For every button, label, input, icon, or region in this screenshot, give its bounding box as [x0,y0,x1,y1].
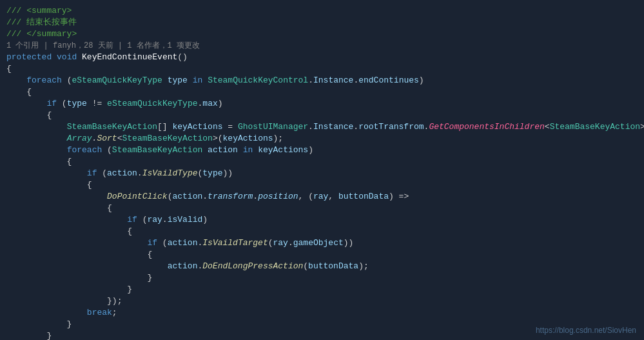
paren-close2: ) [218,98,223,110]
space [188,75,193,86]
space2 [77,52,82,63]
space [253,145,258,156]
dot10: . [253,191,258,203]
dot2: . [353,75,358,86]
indent-2 [6,98,46,110]
indent-4b: { [6,179,92,191]
var-action2: action [107,168,137,179]
comma: , ( [298,191,313,203]
paren-close5: )) [223,168,233,179]
isvalid: isValid [168,214,203,226]
indent-7c: } [6,272,152,284]
indent-8 [6,261,168,272]
indent-1b: { [6,86,32,98]
dot7: . [92,133,97,145]
kw-if2: if [87,168,97,179]
param-position: position [258,191,298,203]
dot3: . [198,98,203,110]
code-line-12: Array . Sort < SteamBaseKeyAction >( key… [0,133,644,145]
method-getcomponents: GetComponentsInChildren [429,121,544,133]
type-4: SteamBaseKeyAction [112,145,202,156]
code-line-24: } [0,272,644,284]
code-line-17: DoPointClick ( action . transform . posi… [0,191,644,203]
meta-ref: 1 个引用 | fanyh，28 天前 | 1 名作者，1 项更改 [6,40,200,52]
code-line-14: { [0,156,644,168]
class-ghost: GhostUIManager [238,121,308,133]
kw-foreach2: foreach [67,145,102,156]
max: max [202,98,217,110]
dot6: . [424,121,429,133]
kw-break: break [87,307,112,319]
space [238,145,243,156]
generic-close: >(); [640,121,644,133]
code-line-1: /// <summary> [0,5,644,17]
comment-3: /// </summary> [6,28,77,40]
type-sort-generic: SteamBaseKeyAction [122,133,212,145]
code-line-2: /// 结束长按事件 [0,17,644,28]
paren8: ( [303,261,308,272]
space [52,52,57,63]
paren6: ( [168,191,173,203]
indent-2c: } [6,330,52,340]
var-action3: action [172,191,202,203]
type-generic: SteamBaseKeyAction [550,121,640,133]
var-action5: action [168,261,198,272]
code-line-11: SteamBaseKeyAction [] keyActions = Ghost… [0,121,644,133]
dot12: . [197,237,202,249]
code-line-20: { [0,226,644,237]
code-line-15: if ( action . IsVaildType ( type )) [0,168,644,179]
generic: < [545,121,550,133]
kw-protected: protected [6,52,52,63]
method-doendlongpress: DoEndLongPressAction [202,261,303,272]
space: ( [102,145,112,156]
paren5: ( [198,168,203,179]
inst2: Instance [313,121,353,133]
kw-foreach: foreach [26,75,62,86]
space: ( [137,214,148,226]
paren-close8: ); [358,261,369,272]
indent-4c [6,307,87,319]
var-ray: ray [313,191,328,203]
kw-if3: if [127,214,137,226]
param-transform: transform [208,191,253,203]
code-line-7: foreach ( eSteamQuickKeyType type in Ste… [0,75,644,86]
indent-5c: }); [6,295,122,307]
kw-if: if [46,98,57,110]
code-line-16: { [0,179,644,191]
indent-3d: { [6,156,72,168]
dot14: . [197,261,202,272]
kw-in2: in [243,145,253,156]
space: ( [97,168,107,179]
dot4: . [308,121,313,133]
arrow: ) => [389,191,409,203]
code-line-4: 1 个引用 | fanyh，28 天前 | 1 名作者，1 项更改 [0,40,644,52]
method-sort: Sort [97,133,117,145]
comma2: , [328,191,338,203]
code-line-27: break ; [0,307,644,319]
indent-5b: { [6,203,112,214]
var-ray3: ray [273,237,288,249]
space [202,75,208,86]
code-line-9: if ( type != eSteamQuickKeyType . max ) [0,98,644,110]
class-1: SteamQuickKeyControl [208,75,308,86]
method-isvaildtype: IsVaildType [142,168,198,179]
var-keyactions2: keyActions [223,133,273,145]
class-array: Array [67,133,92,145]
indent-2b: { [6,110,52,121]
code-container: /// <summary> /// 结束长按事件 /// </summary> … [0,0,644,340]
space: ( [62,75,72,86]
indent-7b: { [6,249,152,261]
neq: != [87,98,107,110]
dot13: . [288,237,293,249]
kw-void: void [57,52,77,63]
code-line-18: { [0,203,644,214]
code-line-6: { [0,63,644,75]
indent-3e: } [6,319,72,330]
type-2: eSteamQuickKeyType [107,98,197,110]
space: ( [157,237,168,249]
code-line-25: } [0,284,644,295]
indent-4 [6,168,87,179]
code-line-8: { [0,86,644,98]
dot1: . [308,75,313,86]
code-line-19: if ( ray . isValid ) [0,214,644,226]
